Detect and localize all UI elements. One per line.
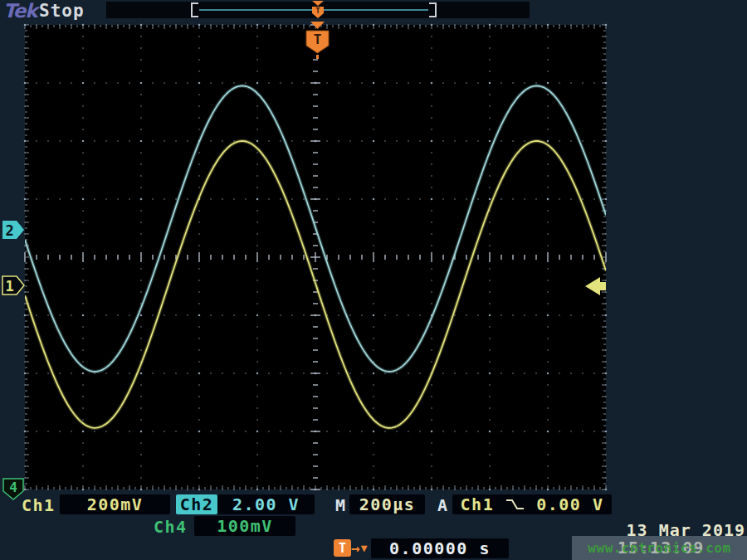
trigger-level-value: 0.00 V <box>536 494 603 514</box>
ch2-label: Ch2 <box>180 494 214 514</box>
timebase-readout: 200µs <box>349 494 425 514</box>
falling-edge-slope-icon <box>505 498 525 511</box>
trigger-t-glyph: T <box>339 541 346 556</box>
ch2-position-marker[interactable]: 2 <box>2 221 24 239</box>
ch1-label: Ch1 <box>22 495 56 515</box>
trigger-position-marker-label: T <box>314 32 322 47</box>
trigger-position-value: 0.00000 s <box>389 538 491 558</box>
ch1-scale-readout: 200mV <box>60 494 170 514</box>
timebase-label: M <box>335 495 347 515</box>
oscilloscope-screen: T T 2 1 4 Tek Stop Ch1 <box>0 0 747 560</box>
watermark-banner: www.cntronics.com <box>572 536 747 560</box>
trigger-readout: Ch1 0.00 V <box>452 494 612 514</box>
trigger-source: Ch1 <box>461 494 495 514</box>
ch1-position-marker[interactable]: 1 <box>2 276 24 295</box>
ch4-position-marker[interactable]: 4 <box>3 479 23 499</box>
ch2-scale-readout: 2.00 V <box>217 494 315 514</box>
ch1-marker-label: 1 <box>5 278 13 295</box>
ch2-marker-label: 2 <box>5 222 13 239</box>
ch4-scale-readout: 100mV <box>194 516 295 536</box>
arrow-right-icon: → <box>351 539 360 557</box>
timebase-value: 200µs <box>359 494 416 514</box>
trigger-t-icon: T <box>334 539 351 557</box>
watermark-text: www.cntronics.com <box>588 540 730 556</box>
trigger-position-readout: 0.00000 s <box>371 538 509 558</box>
ch4-marker-label: 4 <box>9 480 17 495</box>
triangle-down-icon: ▼ <box>361 539 368 557</box>
trigger-position-cluster: T → ▼ <box>334 539 368 557</box>
record-view-bar: T <box>106 1 530 18</box>
acquisition-state: Stop <box>39 1 85 21</box>
scope-graphics: T T 2 1 4 <box>0 0 747 560</box>
ch2-selected-tab[interactable]: Ch2 <box>176 494 217 514</box>
ch1-scale-value: 200mV <box>87 494 144 514</box>
trigger-mode-label: A <box>437 495 449 515</box>
tek-logo: Tek <box>3 0 37 22</box>
ch2-scale-value: 2.00 V <box>232 494 300 514</box>
ch4-scale-value: 100mV <box>217 516 273 536</box>
record-trigger-marker-label: T <box>315 7 320 15</box>
ch4-label: Ch4 <box>154 517 188 537</box>
